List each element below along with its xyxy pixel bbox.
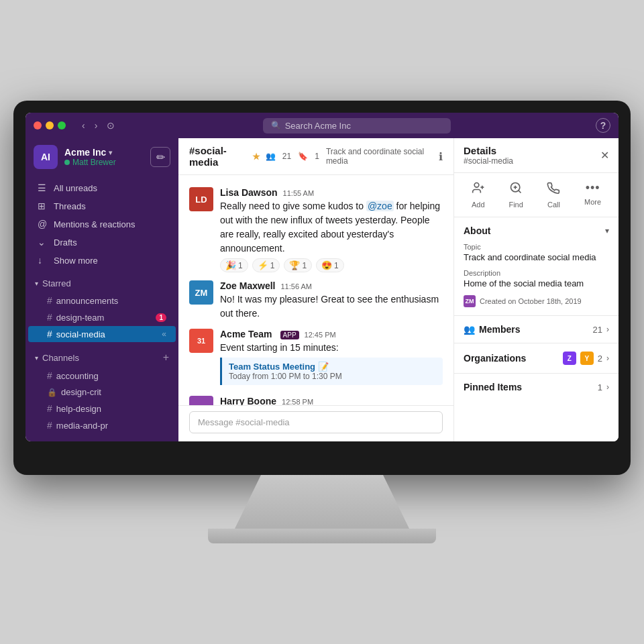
- sidebar-item-all-unreads[interactable]: ☰ All unreads: [28, 179, 176, 197]
- channel-item-design-team[interactable]: # design-team 1: [28, 309, 176, 325]
- starred-section-header[interactable]: ▾ Starred: [25, 275, 178, 292]
- members-chevron-icon: ›: [606, 325, 609, 334]
- call-label: Call: [547, 201, 560, 209]
- threads-icon: ⊞: [38, 201, 48, 211]
- message-header: Lisa Dawson 11:55 AM: [220, 187, 443, 198]
- starred-arrow-icon: ▾: [35, 280, 38, 287]
- about-title: About: [464, 225, 490, 236]
- event-block[interactable]: Team Status Meeting 📝 Today from 1:00 PM…: [220, 358, 443, 385]
- back-button[interactable]: ‹: [79, 119, 88, 132]
- monitor-stand: [235, 475, 409, 529]
- detail-action-more[interactable]: ••• More: [584, 181, 601, 209]
- channels-section-header[interactable]: ▾ Channels +: [25, 348, 178, 367]
- screen: ‹ › ⊙ 🔍 Search Acme Inc ?: [25, 113, 619, 441]
- monitor: ‹ › ⊙ 🔍 Search Acme Inc ?: [13, 101, 631, 543]
- channel-item-announcements[interactable]: # announcements: [28, 292, 176, 309]
- star-icon[interactable]: ★: [252, 152, 260, 162]
- about-section: About ▾ Topic Track and coordinate socia…: [454, 217, 619, 316]
- channel-item-accounting[interactable]: # accounting: [28, 368, 176, 384]
- detail-action-call[interactable]: Call: [547, 181, 560, 209]
- channel-item-social-media[interactable]: # social-media «: [28, 326, 176, 342]
- message-header: Harry Boone 12:58 PM: [220, 396, 443, 405]
- search-bar[interactable]: 🔍 Search Acme Inc: [124, 118, 589, 133]
- members-people-icon: 👥: [464, 324, 475, 335]
- reaction-trophy[interactable]: 🏆 1: [284, 258, 312, 272]
- bookmark-icon: 🔖: [298, 152, 308, 161]
- channel-hash-icon: #: [47, 420, 52, 431]
- sidebar-item-show-more[interactable]: ↓ Show more: [28, 252, 176, 269]
- pinned-items-row[interactable]: Pinned Items 1 ›: [454, 374, 619, 400]
- members-info: 👥 21 🔖 1 Track and coordinate social med…: [266, 147, 433, 166]
- channel-title: #social-media ★: [189, 145, 260, 168]
- message-time: 12:58 PM: [282, 398, 313, 405]
- message-sender[interactable]: Zoe Maxwell: [220, 280, 275, 291]
- chat-input[interactable]: Message #social-media: [189, 411, 443, 433]
- message-sender[interactable]: Lisa Dawson: [220, 187, 278, 198]
- workspace-name: Acme Inc ▾: [64, 147, 144, 158]
- detail-action-find[interactable]: Find: [508, 181, 523, 209]
- search-input[interactable]: Search Acme Inc: [285, 121, 351, 131]
- members-row[interactable]: 👥 Members 21 ›: [454, 316, 619, 343]
- message-content: Harry Boone 12:58 PM Quick note: today @…: [220, 396, 443, 405]
- main-content: AI Acme Inc ▾ Matt Brewer: [25, 138, 619, 441]
- message-time: 11:56 AM: [280, 282, 311, 290]
- sidebar: AI Acme Inc ▾ Matt Brewer: [25, 138, 178, 441]
- find-icon: [509, 181, 523, 198]
- message-sender[interactable]: Harry Boone: [220, 396, 276, 405]
- orgs-label: Organizations: [464, 353, 526, 364]
- details-channel: #social-media: [464, 156, 513, 166]
- add-channel-button[interactable]: +: [163, 352, 169, 364]
- workspace-header[interactable]: AI Acme Inc ▾ Matt Brewer: [25, 138, 178, 176]
- chat-input-placeholder[interactable]: Message #social-media: [198, 417, 290, 427]
- mention[interactable]: @zoe: [366, 201, 394, 211]
- search-input-wrap[interactable]: 🔍 Search Acme Inc: [263, 118, 451, 133]
- sidebar-item-threads[interactable]: ⊞ Threads: [28, 197, 176, 215]
- info-button[interactable]: ℹ: [439, 150, 443, 163]
- minimize-button[interactable]: [46, 121, 54, 129]
- message-time: 12:45 PM: [305, 331, 336, 339]
- dm-item-sara-parras[interactable]: Sara Parras: [28, 437, 176, 441]
- channel-item-design-crit[interactable]: 🔒 design-crit: [28, 384, 176, 400]
- reaction-lightning[interactable]: ⚡ 1: [252, 258, 280, 272]
- compose-button[interactable]: ✏: [150, 147, 170, 167]
- maximize-button[interactable]: [58, 121, 66, 129]
- members-count-group: 21 ›: [593, 325, 609, 335]
- org-badge-z: Z: [563, 352, 576, 365]
- message-sender[interactable]: Acme Team: [220, 329, 272, 339]
- unread-badge: 1: [156, 313, 166, 322]
- creator-avatar: ZM: [464, 295, 476, 307]
- about-section-header[interactable]: About ▾: [454, 217, 619, 243]
- sidebar-item-mentions[interactable]: @ Mentions & reactions: [28, 215, 176, 233]
- mention-indicator-icon: «: [162, 329, 166, 339]
- title-bar: ‹ › ⊙ 🔍 Search Acme Inc ?: [25, 113, 619, 138]
- event-time: Today from 1:00 PM to 1:30 PM: [229, 372, 436, 381]
- history-button[interactable]: ⊙: [104, 119, 117, 132]
- close-details-button[interactable]: ✕: [600, 149, 609, 162]
- message-time: 11:55 AM: [283, 189, 314, 197]
- reaction-party[interactable]: 🎉 1: [220, 258, 248, 272]
- sidebar-item-drafts[interactable]: ⌄ Drafts: [28, 233, 176, 251]
- workspace-info: Acme Inc ▾ Matt Brewer: [64, 147, 144, 167]
- organizations-row[interactable]: Organizations Z Y 2 ›: [454, 343, 619, 374]
- channel-hash-icon: #: [47, 370, 52, 381]
- search-icon: 🔍: [271, 121, 281, 130]
- reaction-heart-eyes[interactable]: 😍 1: [316, 258, 344, 272]
- channel-item-media-and-pr[interactable]: # media-and-pr: [28, 417, 176, 433]
- channel-item-help-design[interactable]: # help-design: [28, 400, 176, 417]
- workspace-avatar: AI: [34, 145, 58, 169]
- detail-action-add[interactable]: Add: [472, 181, 485, 209]
- find-label: Find: [508, 201, 523, 209]
- details-title: Details: [464, 145, 513, 156]
- message-text: Event starting in 15 minutes:: [220, 341, 443, 355]
- avatar: 31: [189, 329, 213, 353]
- help-button[interactable]: ?: [596, 118, 610, 133]
- channels-arrow-icon: ▾: [35, 354, 38, 362]
- about-arrow-icon: ▾: [605, 226, 609, 235]
- close-button[interactable]: [34, 121, 42, 129]
- forward-button[interactable]: ›: [92, 119, 101, 132]
- message-header: Acme Team APP 12:45 PM: [220, 329, 443, 339]
- created-info: ZM Created on October 18th, 2019: [464, 295, 609, 307]
- pinned-label: Pinned Items: [464, 382, 522, 392]
- details-title-group: Details #social-media: [464, 145, 513, 166]
- mentions-icon: @: [38, 219, 48, 229]
